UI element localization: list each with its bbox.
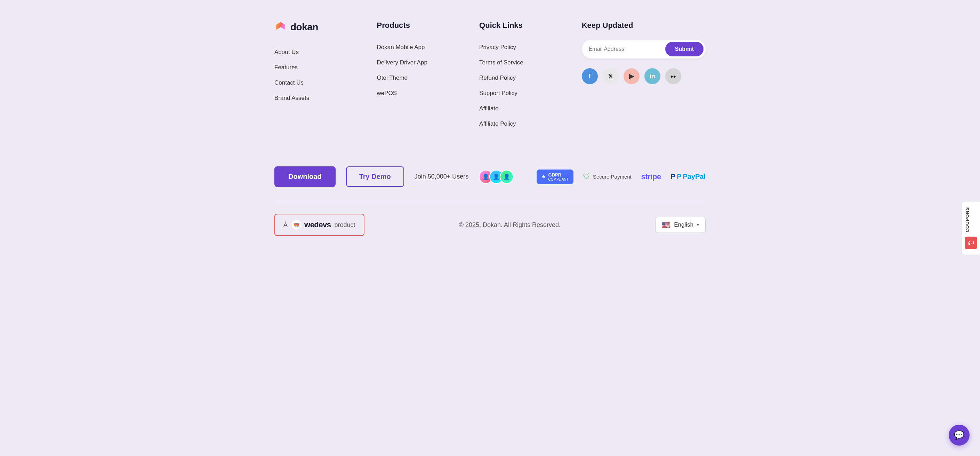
nav-about-us[interactable]: About Us	[274, 45, 363, 60]
facebook-icon[interactable]: f	[582, 68, 598, 84]
coupons-icon: 🏷	[965, 236, 977, 249]
svg-point-4	[294, 225, 296, 226]
chat-button[interactable]: 💬	[949, 425, 970, 446]
wedevs-logo[interactable]: wedevs	[291, 219, 331, 230]
company-column: dokan About Us Features Contact Us Brand…	[274, 21, 363, 132]
quick-links-header: Quick Links	[479, 21, 568, 30]
chat-icon: 💬	[954, 430, 964, 440]
svg-point-5	[297, 225, 298, 226]
medium-icon[interactable]: ●●	[665, 68, 681, 84]
chevron-down-icon: ▾	[697, 222, 699, 227]
language-selector[interactable]: 🇺🇸 English ▾	[655, 217, 706, 233]
youtube-icon[interactable]: ▶	[624, 68, 640, 84]
svg-point-0	[292, 220, 302, 230]
avatar-3: 👤	[500, 170, 514, 184]
products-header: Products	[377, 21, 466, 30]
quick-links-column: Quick Links Privacy Policy Terms of Serv…	[479, 21, 568, 132]
products-column: Products Dokan Mobile App Delivery Drive…	[377, 21, 466, 132]
dokan-logo-icon	[274, 21, 287, 33]
stripe-badge: stripe	[641, 172, 661, 181]
linkedin-icon[interactable]: in	[644, 68, 660, 84]
download-button[interactable]: Download	[274, 166, 336, 187]
flag-icon: 🇺🇸	[662, 221, 670, 229]
nav-contact-us[interactable]: Contact Us	[274, 75, 363, 91]
link-affiliate-policy[interactable]: Affiliate Policy	[479, 116, 568, 132]
badges-area: ★ GDPR COMPLIANT 🛡 Secure Payment stripe…	[536, 169, 706, 184]
paypal-badge: PP PayPal	[671, 173, 706, 181]
svg-point-2	[294, 223, 296, 224]
link-affiliate[interactable]: Affiliate	[479, 101, 568, 116]
shield-check-icon: 🛡	[583, 173, 590, 181]
newsletter-column: Keep Updated Submit f 𝕏 ▶ in ●●	[582, 21, 706, 132]
svg-point-3	[297, 223, 298, 224]
email-form: Submit	[582, 40, 706, 59]
gdpr-star-icon: ★	[541, 174, 546, 179]
product-dokan-mobile[interactable]: Dokan Mobile App	[377, 40, 466, 55]
logo-text: dokan	[290, 22, 318, 33]
try-demo-button[interactable]: Try Demo	[346, 166, 404, 187]
join-users-link[interactable]: Join 50,000+ Users	[415, 173, 469, 180]
copyright-text: © 2025, Dokan. All Rights Reserved.	[459, 222, 561, 229]
social-icons-group: f 𝕏 ▶ in ●●	[582, 68, 706, 84]
newsletter-header: Keep Updated	[582, 21, 706, 30]
gdpr-badge: ★ GDPR COMPLIANT	[536, 169, 573, 184]
submit-button[interactable]: Submit	[665, 42, 703, 56]
wedevs-box: A wedevs product	[274, 214, 364, 236]
cta-row: Download Try Demo Join 50,000+ Users 👤 👤…	[274, 153, 706, 201]
gdpr-label: GDPR COMPLIANT	[549, 172, 569, 181]
product-delivery-driver[interactable]: Delivery Driver App	[377, 55, 466, 70]
product-wepos[interactable]: wePOS	[377, 86, 466, 101]
link-terms-of-service[interactable]: Terms of Service	[479, 55, 568, 70]
language-label: English	[674, 222, 694, 228]
link-refund-policy[interactable]: Refund Policy	[479, 70, 568, 86]
email-input[interactable]	[589, 46, 665, 52]
nav-brand-assets[interactable]: Brand Assets	[274, 91, 363, 106]
coupons-tab[interactable]: COUPONS 🏷	[962, 201, 980, 255]
link-support-policy[interactable]: Support Policy	[479, 86, 568, 101]
secure-payment-badge: 🛡 Secure Payment	[583, 173, 632, 181]
secure-payment-label: Secure Payment	[593, 174, 632, 180]
link-privacy-policy[interactable]: Privacy Policy	[479, 40, 568, 55]
product-otel-theme[interactable]: Otel Theme	[377, 70, 466, 86]
avatar-group: 👤 👤 👤	[479, 170, 514, 184]
nav-features[interactable]: Features	[274, 60, 363, 75]
footer-bottom: A wedevs product © 2025, Dokan. All Righ…	[274, 201, 706, 250]
logo[interactable]: dokan	[274, 21, 363, 33]
x-twitter-icon[interactable]: 𝕏	[603, 68, 619, 84]
coupons-label: COUPONS	[965, 207, 970, 233]
wedevs-logo-icon	[291, 219, 302, 230]
